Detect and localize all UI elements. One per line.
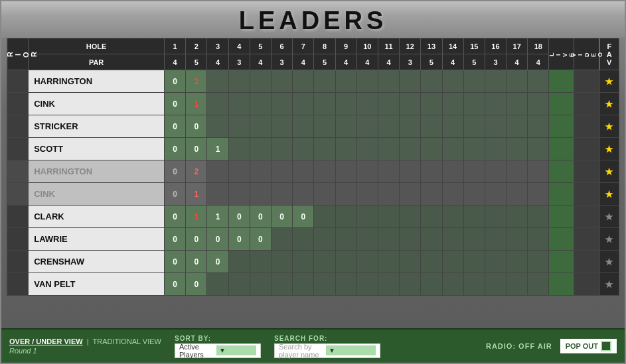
hole-score-cell: 1 [186,93,207,115]
hole-score-cell [378,115,399,138]
par-6: 3 [272,54,293,70]
hole-score-cell [485,251,506,273]
hole-score-cell [378,183,399,206]
round-label: Round 1 [9,347,161,355]
page-title: LEADERS [1,7,625,35]
leaderboard-table: PRIOR HOLE 1 2 3 4 5 6 7 8 9 10 11 12 [7,38,619,296]
fav-cell[interactable]: ★ [599,206,619,228]
hole-score-cell [485,273,506,296]
hole-14-header: 14 [442,38,463,54]
sort-value: Active Players [179,343,214,359]
hole-score-cell: 0 [250,228,271,251]
hole-score-cell [335,183,356,206]
hole-score-cell [250,273,271,296]
hole-score-cell [400,115,421,138]
hole-5-header: 5 [250,38,271,54]
hole-score-cell [228,183,250,206]
hole-score-cell [485,138,506,160]
hole-3-header: 3 [207,38,228,54]
hole-score-cell [272,183,293,206]
hole-score-cell [293,160,314,183]
radio-label: RADIO: OFF AIR [486,342,552,350]
fav-cell[interactable]: ★ [599,273,619,296]
hole-score-cell [207,273,228,296]
hole-score-cell [485,183,506,206]
hole-score-cell [378,206,399,228]
par-label: PAR [29,54,165,70]
table-row: VAN PELT00★ [7,273,619,296]
star-gold-icon[interactable]: ★ [605,144,613,154]
hole-score-cell [293,93,314,115]
hole-10-header: 10 [356,38,378,54]
pop-out-button[interactable]: POP OUT [560,339,617,353]
live-cell [549,251,574,273]
hole-score-cell [442,206,463,228]
hole-score-cell [463,70,485,93]
table-row: SCOTT001★ [7,138,619,160]
hole-score-cell [507,228,528,251]
par-10: 4 [356,54,378,70]
live-cell [549,93,574,115]
search-dropdown[interactable]: Search by player name ▼ [274,343,380,358]
star-gold-icon[interactable]: ★ [605,99,613,109]
sort-dropdown[interactable]: Active Players ▼ [175,343,261,358]
hole-score-cell [207,70,228,93]
star-gray-icon[interactable]: ★ [605,279,613,290]
fav-cell[interactable]: ★ [599,70,619,93]
hole-score-cell [250,251,271,273]
hole-score-cell: 0 [165,273,186,296]
sort-dropdown-arrow: ▼ [216,345,256,355]
hole-score-cell [528,228,549,251]
hole-score-cell [485,115,506,138]
star-gold-icon[interactable]: ★ [605,121,613,132]
hole-score-cell: 0 [165,70,186,93]
hole-score-cell [507,273,528,296]
player-name: CLARK [29,206,165,228]
hole-score-cell: 0 [165,251,186,273]
par-15: 5 [463,54,485,70]
star-gold-icon[interactable]: ★ [605,166,613,177]
hole-score-cell [421,160,442,183]
star-gray-icon[interactable]: ★ [605,257,613,267]
hole-score-cell [314,138,335,160]
hole-score-cell: 0 [186,138,207,160]
traditional-view-link[interactable]: TRADITIONAL VIEW [92,337,161,345]
hole-18-header: 18 [528,38,549,54]
star-gold-icon[interactable]: ★ [605,76,613,87]
hole-score-cell [507,251,528,273]
hole-score-cell [228,273,250,296]
fav-cell[interactable]: ★ [599,160,619,183]
hole-score-cell [250,93,271,115]
over-under-view-link[interactable]: OVER / UNDER VIEW [9,337,83,345]
par-7: 4 [293,54,314,70]
search-placeholder: Search by player name [279,343,323,359]
hole-score-cell [400,93,421,115]
video-cell [574,160,599,183]
hole-score-cell [400,183,421,206]
hole-score-cell [207,160,228,183]
hole-score-cell [335,206,356,228]
hole-score-cell: 2 [186,160,207,183]
fav-cell[interactable]: ★ [599,93,619,115]
live-cell [549,138,574,160]
hole-score-cell: 0 [272,206,293,228]
star-gray-icon[interactable]: ★ [605,234,613,245]
hole-score-cell [378,228,399,251]
hole-score-cell [507,70,528,93]
fav-cell[interactable]: ★ [599,251,619,273]
fav-cell[interactable]: ★ [599,183,619,206]
hole-score-cell [378,93,399,115]
fav-cell[interactable]: ★ [599,115,619,138]
fav-cell[interactable]: ★ [599,228,619,251]
hole-11-header: 11 [378,38,399,54]
hole-score-cell [463,93,485,115]
star-gray-icon[interactable]: ★ [605,212,613,222]
hole-score-cell [421,251,442,273]
star-gold-icon[interactable]: ★ [605,189,613,200]
hole-score-cell [442,160,463,183]
fav-cell[interactable]: ★ [599,138,619,160]
hole-score-cell [293,183,314,206]
hole-score-cell [272,138,293,160]
hole-score-cell [356,93,378,115]
player-name: VAN PELT [29,273,165,296]
